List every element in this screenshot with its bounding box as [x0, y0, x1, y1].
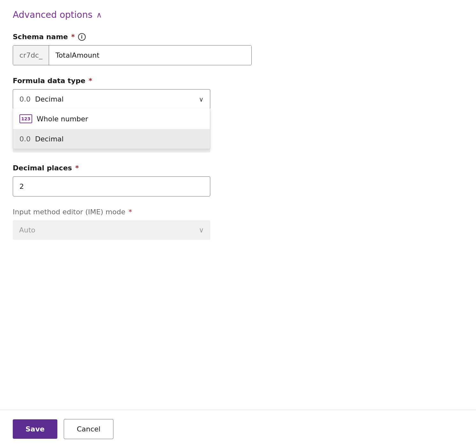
schema-name-required: *: [71, 33, 75, 41]
formula-data-type-menu: 123 Whole number 0.0 Decimal: [13, 109, 210, 149]
advanced-options-chevron-icon[interactable]: ∧: [96, 11, 102, 19]
ime-mode-required: *: [129, 208, 132, 216]
decimal-places-required: *: [75, 164, 79, 172]
schema-prefix: cr7dc_: [13, 46, 49, 65]
save-button[interactable]: Save: [13, 419, 57, 439]
advanced-options-section: Advanced options ∧: [13, 10, 463, 20]
decimal-label: Decimal: [35, 135, 64, 143]
ime-mode-dropdown: Auto ∨: [13, 220, 210, 240]
decimal-places-input[interactable]: [13, 176, 210, 196]
ime-mode-section: Input method editor (IME) mode * Auto ∨: [13, 208, 463, 240]
cancel-button[interactable]: Cancel: [64, 419, 114, 439]
schema-name-section: Schema name * i cr7dc_: [13, 33, 463, 65]
formula-data-type-dropdown[interactable]: 0.0 Decimal ∨ 123 Whole number 0.0 Decim…: [13, 89, 210, 109]
decimal-places-section: Decimal places *: [13, 164, 463, 196]
formula-data-type-required: *: [89, 77, 92, 85]
formula-dropdown-chevron-icon: ∨: [199, 96, 204, 103]
schema-name-input-group: cr7dc_: [13, 45, 252, 65]
ime-mode-selected-text: Auto: [19, 226, 35, 234]
schema-name-input[interactable]: [49, 46, 251, 65]
selected-text: Decimal: [35, 95, 64, 103]
whole-number-label: Whole number: [37, 115, 88, 123]
decimal-item-icon: 0.0: [19, 135, 31, 143]
formula-data-type-selected[interactable]: 0.0 Decimal ∨: [13, 89, 210, 109]
decimal-places-label: Decimal places *: [13, 164, 463, 172]
whole-number-icon: 123: [19, 114, 32, 123]
formula-data-type-label: Formula data type *: [13, 77, 463, 85]
footer-bar: Save Cancel: [0, 410, 476, 448]
dropdown-item-decimal[interactable]: 0.0 Decimal: [13, 129, 210, 149]
schema-name-label: Schema name * i: [13, 33, 463, 41]
advanced-options-title[interactable]: Advanced options: [13, 10, 92, 20]
ime-mode-label: Input method editor (IME) mode *: [13, 208, 463, 216]
formula-data-type-section: Formula data type * 0.0 Decimal ∨ 123 Wh…: [13, 77, 463, 109]
schema-name-info-icon[interactable]: i: [78, 33, 86, 41]
selected-decimal-icon: 0.0: [19, 95, 31, 103]
dropdown-item-whole-number[interactable]: 123 Whole number: [13, 109, 210, 129]
ime-mode-chevron-icon: ∨: [199, 226, 204, 234]
